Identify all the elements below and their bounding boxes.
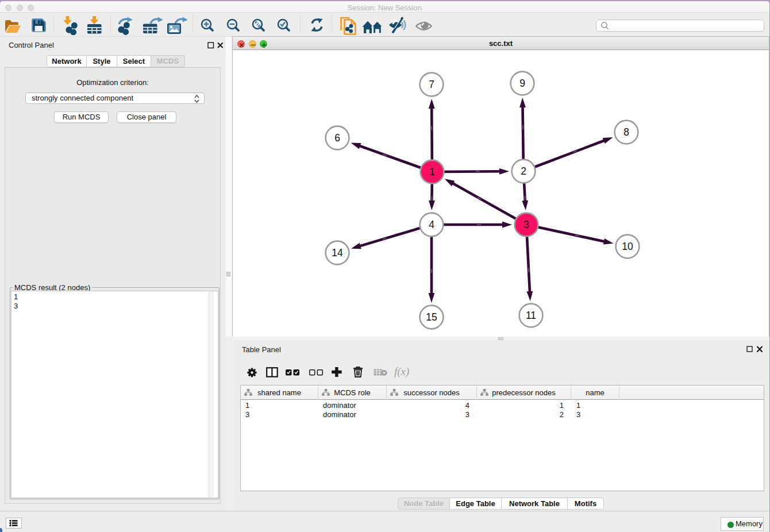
svg-text:14: 14 [332,247,343,259]
svg-text:2: 2 [521,165,526,177]
svg-text:9: 9 [519,78,525,89]
svg-text:7: 7 [429,79,434,90]
svg-text:1: 1 [429,166,435,178]
svg-text:10: 10 [622,241,633,252]
svg-text:4: 4 [429,219,434,230]
svg-text:11: 11 [526,310,536,321]
svg-text:3: 3 [523,219,529,230]
svg-text:15: 15 [426,311,437,323]
svg-text:6: 6 [334,132,340,144]
svg-text:8: 8 [623,126,629,138]
